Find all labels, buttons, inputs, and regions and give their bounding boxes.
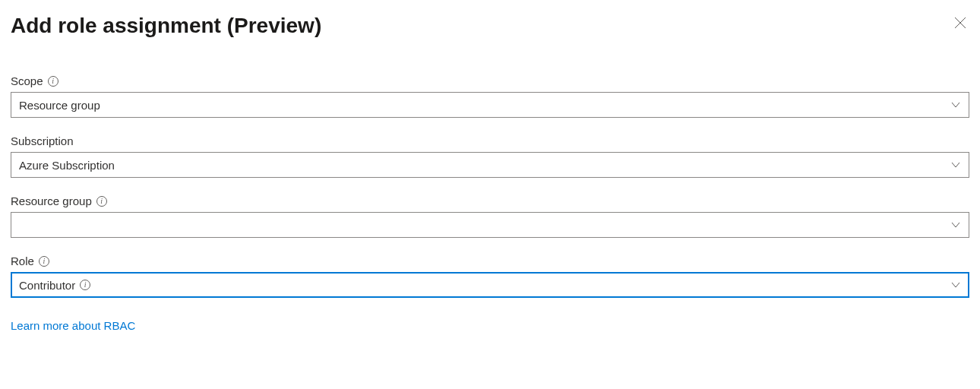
page-title: Add role assignment (Preview) [11,14,321,38]
info-icon[interactable]: i [80,280,90,290]
role-label: Role [11,255,34,267]
close-icon[interactable] [951,14,969,32]
role-label-row: Role i [11,255,969,267]
subscription-select-value: Azure Subscription [19,159,115,172]
info-icon[interactable]: i [39,256,49,267]
role-field-group: Role i Contributor i [11,255,969,298]
scope-label: Scope [11,74,43,87]
subscription-value-text: Azure Subscription [19,159,115,172]
info-icon[interactable]: i [48,76,58,87]
role-select[interactable]: Contributor i [11,272,969,298]
resource-group-select[interactable] [11,212,969,238]
subscription-select[interactable]: Azure Subscription [11,152,969,178]
resource-group-label-row: Resource group i [11,194,969,207]
role-select-value: Contributor i [19,279,90,292]
info-icon[interactable]: i [96,196,107,207]
resource-group-field-group: Resource group i [11,194,969,238]
chevron-down-icon [950,160,961,170]
subscription-field-group: Subscription Azure Subscription [11,134,969,178]
chevron-down-icon [950,280,961,290]
scope-value-text: Resource group [19,99,100,112]
panel-header: Add role assignment (Preview) [11,14,969,38]
chevron-down-icon [950,100,961,110]
resource-group-label: Resource group [11,194,92,207]
chevron-down-icon [950,220,961,230]
learn-more-rbac-link[interactable]: Learn more about RBAC [11,319,135,332]
subscription-label: Subscription [11,134,74,147]
scope-field-group: Scope i Resource group [11,74,969,118]
subscription-label-row: Subscription [11,134,969,147]
scope-label-row: Scope i [11,74,969,87]
scope-select[interactable]: Resource group [11,92,969,118]
scope-select-value: Resource group [19,99,100,112]
role-value-text: Contributor [19,279,75,292]
